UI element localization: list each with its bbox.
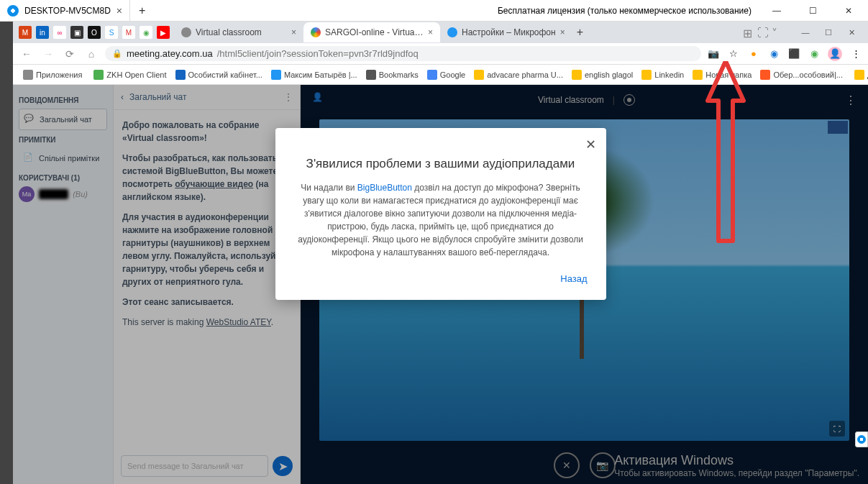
modal-link[interactable]: BigBlueButton [357,183,412,193]
modal-text: Чи надали ви BigBlueButton дозвіл на дос… [294,181,588,259]
apps-button[interactable]: Приложения [19,68,86,81]
tab-title: Настройки – Микрофон [462,27,556,37]
pinned-tab-icon[interactable]: ▶ [157,26,170,39]
tab-title: SARGOI-online - Virtual classroo [325,27,424,37]
pinned-tab-icon[interactable]: ∞ [53,26,66,39]
pinned-tab-icon[interactable]: O [88,26,101,39]
chrome-minimize-icon[interactable]: — [795,25,816,40]
bookmark-item[interactable]: Google [423,68,470,81]
chrome-tab[interactable]: Virtual classroom × [174,22,303,42]
bookmark-label: advacare pharma U... [487,70,563,79]
windows-activation-watermark: Активация Windows Чтобы активировать Win… [614,453,859,478]
bookmark-icon [427,70,437,80]
activation-title: Активация Windows [614,453,859,468]
camera-blocked-icon[interactable]: 📷 [707,47,720,60]
teamviewer-license-text: Бесплатная лицензия (только некоммерческ… [498,6,751,16]
bookmark-label: Особистий кабінет... [188,70,262,79]
other-bookmarks[interactable]: Другие закладки [850,68,868,81]
teamviewer-license-bar: Бесплатная лицензия (только некоммерческ… [498,6,868,16]
bookmark-icon [693,70,703,80]
toolbar-icon[interactable]: ⛶ [757,27,769,38]
pinned-tab-icon[interactable]: ◉ [140,26,152,39]
teamviewer-tab[interactable]: DESKTOP-MV5CM8D × [0,0,130,21]
modal-back-button[interactable]: Назад [294,273,588,284]
teamviewer-logo-icon [7,5,19,17]
pinned-tab-icon[interactable]: S [105,26,118,39]
url-domain: meeting.atey.com.ua [127,48,213,59]
tab-close-icon[interactable]: × [560,27,565,37]
bookmark-icon [572,70,582,80]
teamviewer-tab-title: DESKTOP-MV5CM8D [24,6,111,16]
toolbar-icon[interactable]: ˅ [772,27,783,38]
bookmark-item[interactable]: Обер...особовий|... [756,68,847,81]
window-close-icon[interactable]: ✕ [838,6,859,16]
bookmark-item[interactable]: english glagol [567,68,637,81]
nav-reload-icon[interactable]: ⟳ [62,48,78,60]
teamviewer-logo-icon [857,435,866,444]
teamviewer-titlebar: DESKTOP-MV5CM8D × + Бесплатная лицензия … [0,0,868,22]
modal-overlay: ✕ З'явилися проблеми з вашими аудіоприла… [13,85,868,484]
modal-title: З'явилися проблеми з вашими аудіоприлада… [294,157,588,171]
toolbar-icon[interactable]: ⊞ [743,27,754,38]
teamviewer-sidebar [0,22,13,484]
bookmark-icon [271,70,281,80]
bookmark-icon [474,70,484,80]
nav-forward-icon: → [40,48,56,60]
bookmark-label: Максим Батырёв |... [284,70,357,79]
pinned-tabs: M in ∞ ▣ O S M ◉ ▶ [19,26,170,39]
tab-close-icon[interactable]: × [291,27,296,37]
chrome-tab[interactable]: Настройки – Микрофон × [440,22,572,42]
window-maximize-icon[interactable]: ☐ [802,6,823,16]
window-minimize-icon[interactable]: — [766,6,787,16]
bookmark-item[interactable]: Bookmarks [362,68,423,81]
bookmark-label: Обер...особовий|... [773,70,843,79]
lock-icon[interactable]: 🔒 [112,49,122,58]
nav-back-icon[interactable]: ← [19,48,35,60]
extension-icon[interactable]: ◉ [808,47,821,60]
profile-avatar-icon[interactable]: 👤 [828,47,842,61]
extension-icon[interactable]: ● [747,47,760,60]
tab-close-icon[interactable]: × [428,27,433,37]
bookmark-label: Новая папка [705,70,751,79]
bookmark-label: Linkedin [654,70,684,79]
folder-icon [854,70,864,80]
apps-icon [23,70,33,80]
tab-favicon-icon [311,27,321,37]
bookmark-icon [760,70,770,80]
bookmark-label: Bookmarks [379,70,419,79]
bookmark-item[interactable]: Максим Батырёв |... [267,68,362,81]
apps-label: Приложения [36,70,82,79]
bookmark-icon [641,70,652,80]
chrome-tab-active[interactable]: SARGOI-online - Virtual classroo × [303,22,440,42]
teamviewer-add-tab[interactable]: + [130,4,154,17]
teamviewer-tab-close-icon[interactable]: × [117,5,122,17]
extension-icon[interactable]: ◉ [767,47,780,60]
chrome-menu-icon[interactable]: ⋮ [849,47,862,60]
url-path: /html5client/join?sessionToken=pvn3r7rld… [217,48,419,59]
bookmark-item[interactable]: Новая папка [688,68,756,81]
bookmark-icon [366,70,376,80]
chrome-address-bar: ← → ⟳ ⌂ 🔒 meeting.atey.com.ua/html5clien… [13,43,868,65]
extension-icon[interactable]: ⬛ [787,47,800,60]
pinned-tab-icon[interactable]: M [19,26,32,39]
chrome-new-tab-icon[interactable]: + [572,26,588,39]
bookmark-item[interactable]: Linkedin [637,68,688,81]
bookmark-icon [175,70,186,80]
activation-subtitle: Чтобы активировать Windows, перейди разд… [614,468,859,478]
pinned-tab-icon[interactable]: ▣ [70,26,83,39]
bookmark-item[interactable]: ZKH Open Client [89,68,170,81]
bookmark-item[interactable]: advacare pharma U... [470,68,567,81]
teamviewer-side-button[interactable] [855,432,868,447]
modal-close-icon[interactable]: ✕ [585,137,596,152]
pinned-tab-icon[interactable]: in [36,26,49,39]
tab-title: Virtual classroom [196,27,287,37]
nav-home-icon[interactable]: ⌂ [83,48,99,60]
chrome-maximize-icon[interactable]: ☐ [818,25,839,40]
star-icon[interactable]: ☆ [727,47,740,60]
chrome-tab-strip: M in ∞ ▣ O S M ◉ ▶ Virtual classroom × S… [13,22,868,43]
pinned-tab-icon[interactable]: M [122,26,135,39]
bookmark-item[interactable]: Особистий кабінет... [171,68,267,81]
url-input[interactable]: 🔒 meeting.atey.com.ua/html5client/join?s… [105,46,701,61]
bookmarks-bar: Приложения ZKH Open ClientОсобистий кабі… [13,65,868,85]
chrome-close-icon[interactable]: ✕ [841,25,862,40]
